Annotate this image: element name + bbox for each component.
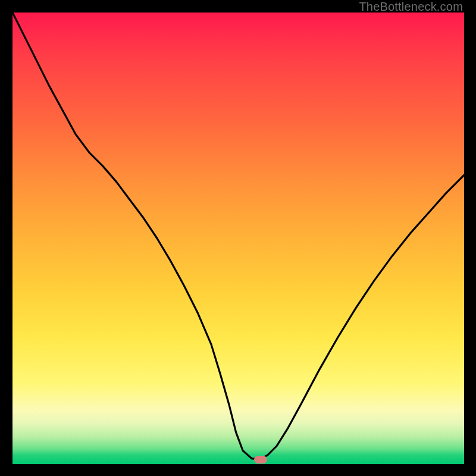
bottleneck-curve [12,12,464,464]
plot-area [12,12,464,464]
chart-frame: TheBottleneck.com [0,0,476,476]
watermark-text: TheBottleneck.com [359,0,463,14]
optimal-marker [254,456,267,464]
